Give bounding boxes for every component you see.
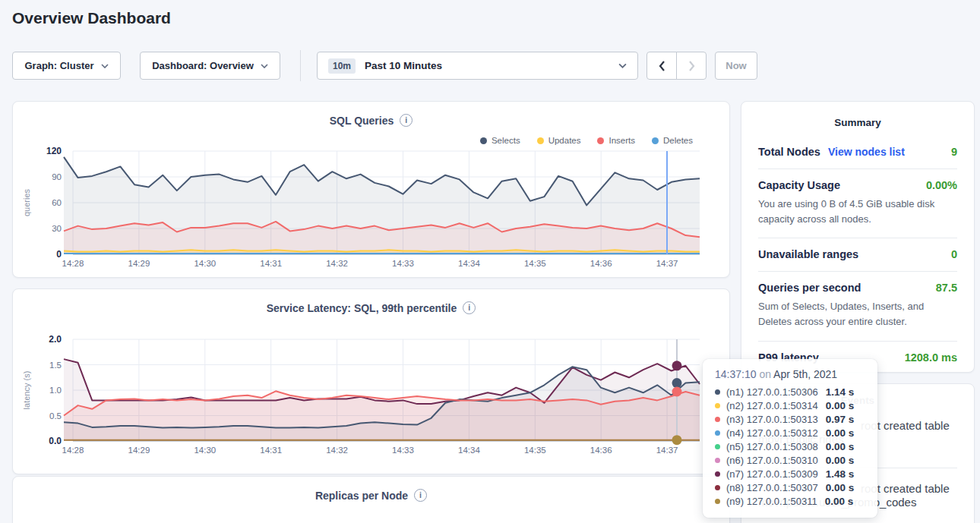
summary-subtext: You are using 0 B of 4.5 GiB usable disk… [758,197,957,227]
chevron-left-icon [659,61,665,71]
summary-value: 0.00% [926,179,957,191]
tooltip-node-value: 0.97 s [826,414,855,425]
chevron-down-icon [618,63,627,68]
controls-divider [300,50,301,81]
node-dot-icon [715,458,720,463]
summary-subtext: Sum of Selects, Updates, Inserts, and De… [758,299,957,329]
svg-text:14:32: 14:32 [326,446,348,455]
svg-text:0: 0 [56,249,62,260]
svg-text:14:36: 14:36 [590,259,612,268]
summary-value: 0 [951,248,957,260]
svg-text:14:30: 14:30 [194,259,216,268]
time-range-badge: 10m [328,58,356,74]
tooltip-node-value: 0.00 s [826,427,855,439]
summary-value: 87.5 [936,282,957,294]
replicas-per-node-card: Replicas per Node i [12,476,730,523]
svg-text:14:34: 14:34 [458,446,480,455]
replicas-chart-title: Replicas per Node [315,490,408,502]
node-dot-icon [715,485,720,490]
tooltip-node-row: (n6) 127.0.0.1:503100.00 s [715,453,865,467]
tooltip-node-address: (n8) 127.0.0.1:50307 [726,482,818,493]
node-dot-icon [715,403,720,408]
time-step-controls [646,52,707,80]
summary-value: 9 [951,146,957,158]
svg-text:30: 30 [52,224,62,233]
svg-text:14:31: 14:31 [260,446,282,455]
svg-text:queries: queries [22,188,31,216]
svg-text:14:33: 14:33 [392,259,414,268]
summary-row-capacity-usage: Capacity Usage0.00%You are using 0 B of … [758,169,957,238]
tooltip-node-value: 1.48 s [826,468,855,480]
page-title: Overview Dashboard [12,9,171,27]
now-button[interactable]: Now [715,52,757,80]
tooltip-node-address: (n3) 127.0.0.1:50313 [726,414,818,425]
service-latency-chart[interactable]: 0.00.51.01.52.014:2814:2914:3014:3114:32… [13,289,731,475]
tooltip-header: 14:37:10 on Apr 5th, 2021 [715,368,865,380]
chevron-down-icon [261,64,268,68]
time-range-picker[interactable]: 10m Past 10 Minutes [317,52,638,80]
svg-text:14:31: 14:31 [260,259,282,268]
tooltip-node-row: (n7) 127.0.0.1:503091.48 s [715,467,865,480]
summary-rows: Total NodesView nodes list9Capacity Usag… [758,136,957,374]
view-nodes-list-link[interactable]: View nodes list [828,146,905,158]
tooltip-node-row: (n3) 127.0.0.1:503130.97 s [715,412,865,426]
tooltip-date: Apr 5th, 2021 [773,368,837,380]
summary-row-unavailable-ranges: Unavailable ranges0 [758,238,957,271]
tooltip-node-row: (n2) 127.0.0.1:503140.00 s [715,399,865,412]
node-dot-icon [715,389,720,395]
summary-row-total-nodes: Total NodesView nodes list9 [758,136,957,169]
tooltip-node-value: 0.00 s [826,455,855,466]
summary-label: Capacity Usage [758,179,840,191]
tooltip-node-row: (n8) 127.0.0.1:503070.00 s [715,480,865,494]
latency-tooltip: 14:37:10 on Apr 5th, 2021 (n1) 127.0.0.1… [703,359,877,518]
time-range-label: Past 10 Minutes [365,60,442,71]
svg-text:14:33: 14:33 [392,446,414,455]
tooltip-node-row: (n9) 127.0.0.1:503110.00 s [715,494,865,508]
tooltip-node-address: (n4) 127.0.0.1:50312 [726,427,818,439]
svg-text:14:30: 14:30 [194,446,216,455]
graph-selector-label: Graph: Cluster [24,60,93,71]
prev-interval-button[interactable] [646,52,677,80]
sql-queries-chart[interactable]: 030609012014:2814:2914:3014:3114:3214:33… [13,102,731,279]
svg-text:14:36: 14:36 [590,446,612,455]
summary-label: Queries per second [758,282,861,294]
svg-text:14:37: 14:37 [656,446,678,455]
svg-text:14:37: 14:37 [656,259,678,268]
replicas-chart-title-row: Replicas per Node i [13,489,729,502]
tooltip-node-address: (n5) 127.0.0.1:50308 [726,441,818,452]
tooltip-node-row: (n4) 127.0.0.1:503120.00 s [715,426,865,440]
summary-label: Total Nodes [758,146,820,158]
svg-text:14:34: 14:34 [458,259,480,268]
svg-text:14:28: 14:28 [62,446,84,455]
info-icon[interactable]: i [414,489,427,502]
svg-text:120: 120 [46,146,62,156]
dashboard-selector-button[interactable]: Dashboard: Overview [140,52,280,80]
svg-text:0.0: 0.0 [49,436,62,446]
overview-dashboard-page: Overview Dashboard Graph: Cluster Dashbo… [0,0,980,523]
summary-title: Summary [758,117,957,128]
svg-text:1.5: 1.5 [49,361,62,370]
node-dot-icon [715,444,720,449]
svg-text:1.0: 1.0 [49,386,62,395]
summary-row-queries-per-second: Queries per second87.5Sum of Selects, Up… [758,271,957,340]
tooltip-node-address: (n2) 127.0.0.1:50314 [726,400,818,411]
svg-text:14:29: 14:29 [128,446,150,455]
svg-text:14:35: 14:35 [524,259,546,268]
node-dot-icon [715,471,720,477]
tooltip-time: 14:37:10 [715,368,757,380]
svg-text:14:32: 14:32 [326,259,348,268]
summary-label: Unavailable ranges [758,248,858,260]
node-dot-icon [715,417,720,422]
tooltip-node-address: (n9) 127.0.0.1:50311 [726,496,817,507]
svg-text:90: 90 [52,172,62,181]
svg-text:2.0: 2.0 [49,334,62,345]
next-interval-button[interactable] [676,52,707,80]
service-latency-card: Service Latency: SQL, 99th percentile i … [12,288,730,474]
tooltip-node-row: (n1) 127.0.0.1:503061.14 s [715,385,865,399]
summary-panel: Summary Total NodesView nodes list9Capac… [741,101,975,373]
node-dot-icon [715,430,720,436]
svg-text:14:29: 14:29 [128,259,150,268]
tooltip-node-value: 0.00 s [826,400,855,411]
dashboard-selector-label: Dashboard: Overview [152,60,254,71]
graph-selector-button[interactable]: Graph: Cluster [12,52,121,80]
